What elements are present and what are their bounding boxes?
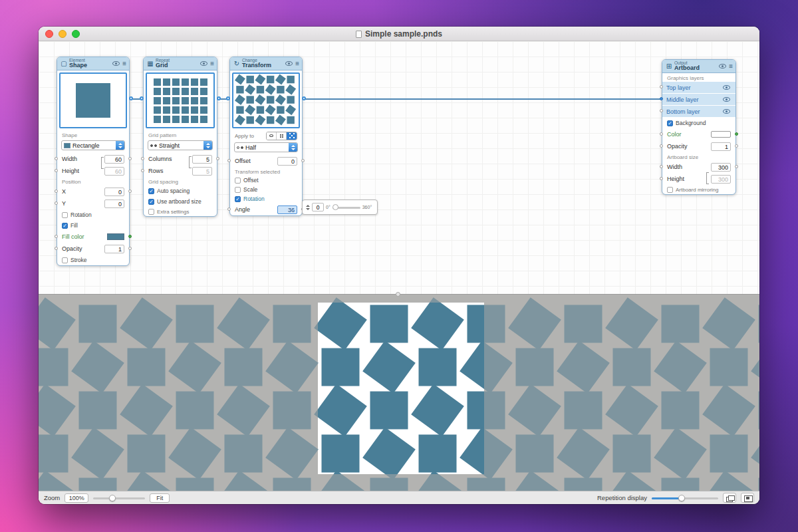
rows-input[interactable]: 5 — [192, 167, 212, 176]
param-port[interactable] — [660, 132, 663, 136]
node-menu-icon[interactable]: ≡ — [210, 60, 214, 67]
input-port[interactable] — [226, 96, 230, 100]
artboard-height-input[interactable]: 300 — [711, 175, 731, 184]
grid-pattern-dropdown[interactable]: Straight — [148, 140, 213, 150]
node-canvas[interactable]: ▢ Element Shape ≡ Shape Rectangle — [39, 41, 759, 295]
visibility-icon[interactable] — [723, 109, 730, 114]
repetition-slider[interactable] — [652, 494, 718, 502]
param-port[interactable] — [141, 157, 144, 160]
layer-row-bottom[interactable]: Bottom layer — [662, 106, 735, 118]
param-port[interactable] — [128, 157, 132, 160]
output-port[interactable] — [217, 96, 221, 100]
param-port[interactable] — [128, 247, 132, 250]
param-port[interactable] — [660, 144, 663, 148]
pane-divider-handle[interactable] — [396, 292, 400, 297]
zoom-input[interactable]: 100% — [65, 493, 88, 503]
transform-node-header[interactable]: ↻ Change Transform ≡ — [230, 57, 302, 70]
zoom-slider[interactable] — [93, 494, 145, 502]
angle-slider[interactable] — [332, 204, 360, 211]
shape-node[interactable]: ▢ Element Shape ≡ Shape Rectangle — [57, 57, 130, 266]
minimize-button[interactable] — [59, 30, 66, 38]
mirroring-checkbox[interactable] — [667, 187, 673, 193]
apply-all-segment[interactable] — [267, 132, 277, 140]
layer-port[interactable] — [660, 109, 663, 112]
artboard-node-header[interactable]: ⊞ Output Artboard ≡ — [662, 60, 735, 73]
width-input[interactable]: 60 — [104, 155, 124, 164]
param-port[interactable] — [55, 169, 58, 172]
connection-wire[interactable] — [303, 98, 662, 100]
layer-port[interactable] — [660, 85, 663, 88]
shape-type-dropdown[interactable]: Rectangle — [61, 140, 125, 150]
artboard-node[interactable]: ⊞ Output Artboard ≡ Graphics layers Top … — [662, 59, 736, 195]
param-port[interactable] — [141, 169, 144, 172]
stroke-checkbox[interactable] — [62, 257, 68, 263]
layer-row-middle[interactable]: Middle layer — [662, 94, 735, 106]
height-input[interactable]: 60 — [104, 167, 124, 176]
param-port[interactable] — [735, 165, 738, 168]
node-menu-icon[interactable]: ≡ — [295, 60, 299, 67]
visibility-icon[interactable] — [285, 61, 293, 66]
scale-checkbox[interactable] — [235, 187, 241, 193]
param-port-green[interactable] — [128, 235, 132, 238]
node-menu-icon[interactable]: ≡ — [729, 63, 733, 70]
angle-stepper-icon[interactable] — [306, 205, 310, 210]
param-port[interactable] — [301, 159, 305, 162]
layer-port-connected[interactable] — [660, 97, 663, 100]
param-port[interactable] — [55, 247, 58, 250]
apply-grid-segment[interactable] — [277, 132, 287, 140]
node-menu-icon[interactable]: ≡ — [122, 60, 126, 67]
opacity-input[interactable]: 1 — [711, 142, 731, 151]
param-port[interactable] — [660, 177, 663, 180]
close-button[interactable] — [45, 30, 53, 38]
layer-row-top[interactable]: Top layer — [662, 82, 735, 94]
fill-checkbox[interactable]: ✓ — [62, 223, 68, 229]
x-input[interactable]: 0 — [104, 188, 124, 196]
param-port[interactable] — [55, 201, 58, 205]
fullscreen-icon[interactable] — [741, 493, 754, 503]
apply-alternate-segment[interactable] — [287, 132, 297, 140]
param-port[interactable] — [227, 159, 231, 162]
fit-button[interactable]: Fit — [150, 493, 170, 503]
visibility-icon[interactable] — [723, 97, 730, 102]
titlebar[interactable]: Simple sample.pnds — [39, 27, 759, 41]
visibility-icon[interactable] — [719, 64, 726, 68]
visibility-icon[interactable] — [200, 61, 207, 66]
background-checkbox[interactable]: ✓ — [667, 120, 673, 126]
columns-input[interactable]: 5 — [192, 155, 212, 164]
rotation-checkbox[interactable] — [62, 212, 68, 218]
grid-node-header[interactable]: ▦ Repeat Grid ≡ — [144, 57, 217, 70]
param-port[interactable] — [227, 207, 231, 211]
repetition-mode-icon[interactable] — [723, 493, 736, 503]
output-port[interactable] — [302, 96, 306, 100]
input-port[interactable] — [140, 96, 144, 100]
offset-input[interactable]: 0 — [277, 157, 297, 166]
y-input[interactable]: 0 — [104, 200, 124, 208]
param-port[interactable] — [55, 235, 58, 238]
auto-spacing-checkbox[interactable]: ✓ — [148, 188, 154, 194]
stepper-icon[interactable] — [116, 141, 124, 150]
visibility-icon[interactable] — [723, 85, 730, 90]
stepper-icon[interactable] — [289, 143, 297, 152]
param-port-green[interactable] — [735, 132, 738, 136]
param-port[interactable] — [216, 157, 219, 160]
visibility-icon[interactable] — [112, 61, 120, 66]
output-port[interactable] — [129, 96, 133, 100]
param-port[interactable] — [735, 144, 738, 148]
offset-checkbox[interactable] — [235, 178, 241, 184]
fill-color-swatch[interactable] — [107, 233, 124, 240]
angle-offset-input[interactable]: 0 — [312, 203, 324, 211]
shape-node-header[interactable]: ▢ Element Shape ≡ — [57, 57, 129, 70]
angle-input[interactable]: 36 — [277, 205, 297, 214]
rotation-checkbox[interactable]: ✓ — [235, 196, 241, 202]
param-port[interactable] — [660, 165, 663, 168]
opacity-input[interactable]: 1 — [104, 245, 124, 253]
param-port[interactable] — [128, 190, 132, 193]
stepper-icon[interactable] — [203, 141, 212, 150]
use-artboard-checkbox[interactable]: ✓ — [148, 199, 154, 205]
param-port[interactable] — [55, 190, 58, 193]
grid-node[interactable]: ▦ Repeat Grid ≡ Grid pattern Straight — [143, 57, 217, 217]
background-color-swatch[interactable] — [711, 131, 731, 138]
transform-mode-dropdown[interactable]: Half — [234, 142, 298, 152]
artboard-width-input[interactable]: 300 — [711, 163, 731, 172]
param-port[interactable] — [55, 157, 58, 160]
